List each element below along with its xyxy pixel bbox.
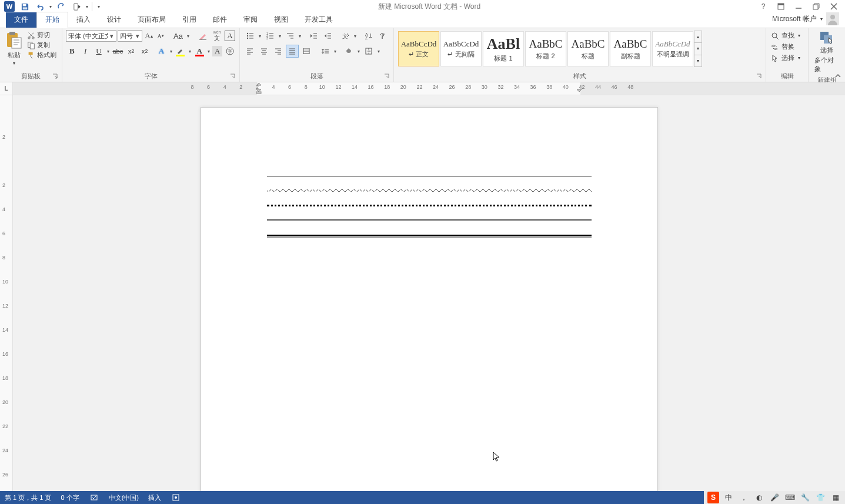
qat-customize-dropdown[interactable]: ▾ [95,4,103,9]
change-case-dropdown[interactable]: ▾ [186,34,191,39]
highlight-button[interactable] [174,45,186,58]
tab-file[interactable]: 文件 [6,12,36,28]
phonetic-guide-button[interactable]: wén文 [211,29,223,42]
bullets-button[interactable] [243,29,256,42]
style-item-4[interactable]: AaBbC标题 [567,31,609,66]
align-right-button[interactable] [272,45,285,58]
tab-view[interactable]: 视图 [266,12,296,28]
clipboard-dialog-launcher[interactable] [52,74,59,81]
clear-format-button[interactable] [196,29,209,42]
status-page[interactable]: 第 1 页，共 1 页 [5,493,51,502]
document-scroll[interactable] [13,95,845,491]
save-button[interactable] [18,1,32,12]
italic-button[interactable]: I [79,45,92,58]
style-item-0[interactable]: AaBbCcDd↵ 正文 [398,31,439,66]
copy-button[interactable]: 复制 [27,41,56,49]
cut-button[interactable]: 剪切 [27,31,56,39]
highlight-dropdown[interactable]: ▾ [188,49,192,54]
styles-spin-2[interactable]: ▾ [694,55,702,66]
punctuation-icon[interactable]: ， [738,492,750,503]
change-case-button[interactable]: Aa [172,29,185,42]
status-wordcount[interactable]: 0 个字 [61,493,79,502]
touch-mode-dropdown[interactable]: ▾ [85,4,89,9]
spellcheck-icon[interactable] [89,492,99,503]
align-left-button[interactable] [243,45,256,58]
tab-references[interactable]: 引用 [174,12,205,28]
style-item-1[interactable]: AaBbCcDd↵ 无间隔 [440,31,482,66]
select-button[interactable]: 选择▾ [770,53,801,63]
sogou-ime-icon[interactable]: S [707,492,719,503]
shading-button[interactable] [342,45,355,58]
undo-button[interactable] [33,1,47,12]
borders-button[interactable] [362,45,375,58]
tab-review[interactable]: 审阅 [235,12,266,28]
font-size-combo[interactable]: 四号▾ [118,30,142,42]
tab-insert[interactable]: 插入 [68,12,99,28]
style-item-3[interactable]: AaBbC标题 2 [525,31,566,66]
horizontal-ruler[interactable]: 8642246810121416182022242628303234363840… [13,82,845,95]
asian-layout-button[interactable]: 文 [339,29,352,42]
tab-mailings[interactable]: 邮件 [205,12,235,28]
align-center-button[interactable] [258,45,270,58]
bullets-dropdown[interactable]: ▾ [258,34,262,39]
bold-button[interactable]: B [66,45,78,58]
font-name-combo[interactable]: 宋体 (中文正文▾ [66,30,116,42]
redo-button[interactable] [54,1,68,12]
skin-icon[interactable]: 👕 [814,492,826,503]
align-justify-button[interactable] [286,45,299,58]
app-icon[interactable]: W [2,1,16,12]
numbering-button[interactable]: 123 [263,29,276,42]
find-button[interactable]: 查找▾ [770,31,801,41]
font-color-dropdown[interactable]: ▾ [207,49,212,54]
full-half-icon[interactable]: ◐ [753,492,765,503]
underline-dropdown[interactable]: ▾ [106,49,111,54]
ime-mode-icon[interactable]: 中 [723,492,734,503]
char-shading-button[interactable]: A [212,46,222,56]
underline-button[interactable]: U [93,45,105,58]
tab-home[interactable]: 开始 [36,12,68,28]
vertical-ruler[interactable]: 22468101214161820222426 [0,95,13,491]
page[interactable] [201,107,658,491]
font-color-button[interactable]: A [193,45,206,58]
line-spacing-dropdown[interactable]: ▾ [333,49,338,54]
numbering-dropdown[interactable]: ▾ [278,34,282,39]
styles-gallery[interactable]: AaBbCcDd↵ 正文AaBbCcDd↵ 无间隔AaBl标题 1AaBbC标题… [398,31,702,67]
mic-icon[interactable]: 🎤 [769,492,780,503]
touch-mode-button[interactable] [69,1,84,12]
style-item-2[interactable]: AaBl标题 1 [483,31,524,66]
paragraph-dialog-launcher[interactable] [384,74,391,81]
format-painter-button[interactable]: 格式刷 [27,51,56,59]
replace-button[interactable]: abac替换 [770,42,801,52]
select-multiple-objects-button[interactable]: 选择 多个对象 [812,29,841,75]
superscript-button[interactable]: x2 [139,45,151,58]
soft-keyboard-icon[interactable]: ⌨ [784,492,796,503]
text-effects-button[interactable]: A [155,45,168,58]
styles-spin-0[interactable]: ▴ [694,31,702,42]
sort-button[interactable]: AZ [362,29,375,42]
status-mode[interactable]: 插入 [148,493,161,502]
tab-design[interactable]: 设计 [99,12,129,28]
style-item-6[interactable]: AaBbCcDd不明显强调 [652,31,693,66]
style-item-5[interactable]: AaBbC副标题 [610,31,651,66]
text-effects-dropdown[interactable]: ▾ [169,49,173,54]
line-spacing-button[interactable] [319,45,332,58]
undo-dropdown[interactable]: ▾ [48,4,53,9]
strike-button[interactable]: abc [112,45,124,58]
tab-layout[interactable]: 页面布局 [129,12,174,28]
show-marks-button[interactable] [376,29,389,42]
tab-selector[interactable]: L [0,82,13,95]
grow-font-button[interactable]: A▴ [143,29,154,42]
borders-dropdown[interactable]: ▾ [376,49,381,54]
increase-indent-button[interactable] [321,29,334,42]
styles-dialog-launcher[interactable] [756,74,763,81]
tool-icon[interactable]: 🔧 [799,492,811,503]
macro-record-icon[interactable] [171,492,181,503]
styles-spin-1[interactable]: ▾ [694,42,702,54]
tab-developer[interactable]: 开发工具 [296,12,341,28]
asian-layout-dropdown[interactable]: ▾ [353,34,358,39]
shrink-font-button[interactable]: A▾ [155,29,166,42]
enclose-char-button[interactable]: 字 [223,45,236,58]
font-dialog-launcher[interactable] [230,74,237,81]
paste-button[interactable]: 粘贴 ▾ [4,29,25,67]
multilevel-dropdown[interactable]: ▾ [298,34,302,39]
